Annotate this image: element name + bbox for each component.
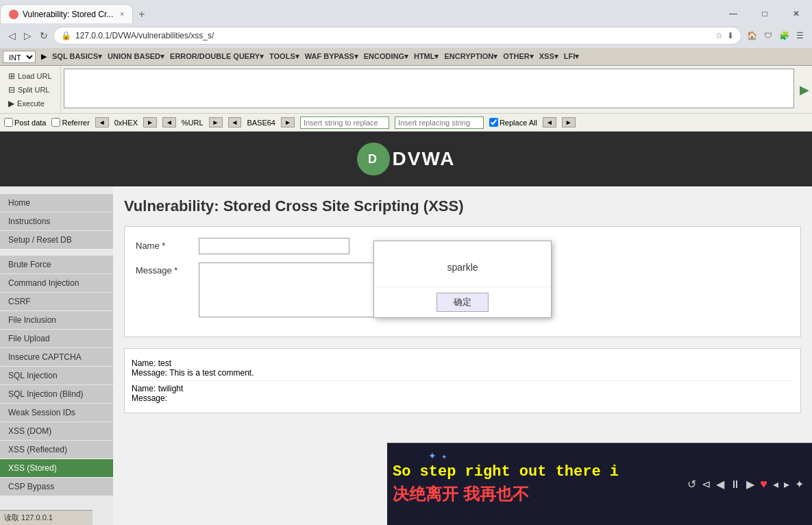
replace-all-label[interactable]: Replace All bbox=[489, 118, 537, 127]
nav-xss-stored[interactable]: XSS (Stored) bbox=[0, 459, 113, 477]
replacing-string-input[interactable] bbox=[395, 117, 484, 129]
sqlmap-menu-waf[interactable]: WAF BYPASS▾ bbox=[305, 52, 358, 61]
sqlmap-menu-encoding[interactable]: ENCODING▾ bbox=[364, 52, 408, 61]
sqlmap-menu-html[interactable]: HTML▾ bbox=[414, 52, 439, 61]
sqlmap-menu-error[interactable]: ERROR/DOUBLE QUERY▾ bbox=[170, 52, 264, 61]
nav-file-inclusion[interactable]: File Inclusion bbox=[0, 311, 113, 329]
nav-xss-dom[interactable]: XSS (DOM) bbox=[0, 422, 113, 440]
sqlmap-menu-sql-basics[interactable]: SQL BASICS▾ bbox=[52, 52, 102, 61]
nav-instructions[interactable]: Instructions bbox=[0, 212, 113, 230]
nav-command-injection[interactable]: Command Injection bbox=[0, 274, 113, 292]
vol-down-button[interactable]: ◂ bbox=[773, 478, 778, 491]
shield-icon[interactable]: 🛡 bbox=[761, 29, 775, 42]
prev-button[interactable]: ◀ bbox=[716, 478, 724, 491]
execute-button[interactable]: ▶ Execute bbox=[5, 97, 55, 110]
url-label: %URL bbox=[182, 119, 204, 127]
hex-right-arrow[interactable]: ► bbox=[143, 117, 157, 127]
green-arrow-icon: ▶ bbox=[800, 82, 809, 97]
forward-button[interactable]: ▷ bbox=[21, 29, 34, 42]
comment-1: Name: test Message: This is a test comme… bbox=[132, 356, 793, 381]
nav-xss-reflected[interactable]: XSS (Reflected) bbox=[0, 441, 113, 459]
hex-left-arrow[interactable]: ◄ bbox=[95, 117, 109, 127]
sqlmap-menu-union[interactable]: UNION BASED▾ bbox=[108, 52, 164, 61]
replace-all-checkbox[interactable] bbox=[489, 118, 498, 127]
comments-area: Name: test Message: This is a test comme… bbox=[124, 348, 801, 413]
base64-label: BASE64 bbox=[247, 119, 275, 127]
address-input-wrap: 🔒 ☆ ⬇ bbox=[53, 27, 741, 45]
pause-button[interactable]: ⏸ bbox=[730, 478, 741, 491]
active-tab[interactable]: Vulnerability: Stored Cr... × bbox=[0, 4, 133, 23]
dialog-ok-button[interactable]: 确定 bbox=[436, 293, 489, 312]
minimize-button[interactable]: — bbox=[717, 4, 749, 23]
nav-sql-injection-blind[interactable]: SQL Injection (Blind) bbox=[0, 385, 113, 403]
dialog-content: sparkle bbox=[374, 241, 551, 286]
post-data-checkbox[interactable] bbox=[4, 118, 13, 127]
sqlmap-menu-encryption[interactable]: ENCRYPTION▾ bbox=[445, 52, 498, 61]
comment-2: Name: twilight Message: bbox=[132, 381, 793, 406]
vol-up-button[interactable]: ▸ bbox=[784, 478, 789, 491]
nav-csp-bypass[interactable]: CSP Bypass bbox=[0, 478, 113, 496]
replace-left-arrow[interactable]: ◄ bbox=[543, 117, 556, 127]
string-to-replace-input[interactable] bbox=[300, 117, 389, 129]
secure-icon: 🔒 bbox=[61, 31, 71, 40]
star-button[interactable]: ✦ bbox=[795, 478, 804, 491]
sparkle-icon: ✦ bbox=[428, 450, 436, 461]
menu-button[interactable]: ☰ bbox=[793, 29, 807, 42]
nav-insecure-captcha[interactable]: Insecure CAPTCHA bbox=[0, 348, 113, 366]
load-url-button[interactable]: ⊞ Load URL bbox=[5, 70, 55, 82]
prev-clip-button[interactable]: ⊲ bbox=[702, 478, 711, 491]
sqlmap-menu-tools[interactable]: TOOLS▾ bbox=[269, 52, 299, 61]
replace-right-arrow[interactable]: ► bbox=[562, 117, 576, 127]
referrer-checkbox[interactable] bbox=[51, 118, 60, 127]
nav-csrf[interactable]: CSRF bbox=[0, 293, 113, 310]
dvwa-content: Vulnerability: Stored Cross Site Scripti… bbox=[113, 186, 812, 424]
next-button[interactable]: ▶ bbox=[746, 478, 754, 491]
tab-close-btn[interactable]: × bbox=[120, 10, 124, 18]
url-left-arrow[interactable]: ◄ bbox=[162, 117, 176, 127]
maximize-button[interactable]: □ bbox=[749, 4, 780, 23]
sqlmap-menu-other[interactable]: OTHER▾ bbox=[503, 52, 534, 61]
nav-sql-injection[interactable]: SQL Injection bbox=[0, 367, 113, 384]
dvwa-logo-icon: D bbox=[357, 143, 390, 175]
load-url-label: Load URL bbox=[18, 72, 52, 80]
video-controls: ↺ ⊲ ◀ ⏸ ▶ ♥ ◂ ▸ ✦ bbox=[679, 472, 812, 497]
url-textarea[interactable] bbox=[64, 69, 794, 108]
back-button[interactable]: ◁ bbox=[5, 29, 19, 42]
nav-setup[interactable]: Setup / Reset DB bbox=[0, 231, 113, 249]
nav-file-upload[interactable]: File Upload bbox=[0, 330, 113, 347]
nav-weak-session-ids[interactable]: Weak Session IDs bbox=[0, 404, 113, 422]
post-data-checkbox-label[interactable]: Post data bbox=[4, 118, 46, 127]
comment-2-message: Message: bbox=[132, 393, 793, 403]
alert-dialog: sparkle 确定 bbox=[373, 241, 552, 318]
page-title: Vulnerability: Stored Cross Site Scripti… bbox=[124, 197, 801, 215]
new-tab-button[interactable]: + bbox=[133, 5, 150, 23]
base64-right-arrow[interactable]: ► bbox=[281, 117, 295, 127]
split-icon: ⊟ bbox=[8, 85, 15, 95]
referrer-checkbox-label[interactable]: Referrer bbox=[51, 118, 89, 127]
nav-brute-force[interactable]: Brute Force bbox=[0, 256, 113, 273]
reload-button[interactable]: ↻ bbox=[37, 29, 51, 42]
sqlmap-menu-lfi[interactable]: LFI▾ bbox=[564, 52, 580, 61]
heart-button[interactable]: ♥ bbox=[760, 477, 767, 491]
int-select[interactable]: INT bbox=[3, 51, 36, 63]
extension-icon[interactable]: 🧩 bbox=[776, 29, 792, 42]
close-button[interactable]: ✕ bbox=[780, 4, 812, 23]
replay-button[interactable]: ↺ bbox=[687, 478, 696, 491]
url-textarea-area bbox=[61, 66, 797, 113]
status-bar: 读取 127.0.0.1 bbox=[0, 510, 93, 525]
sparkle-icon-2: ✦ bbox=[441, 453, 447, 461]
address-bar: ◁ ▷ ↻ 🔒 ☆ ⬇ 🏠 🛡 🧩 ☰ bbox=[0, 23, 812, 48]
nav-home[interactable]: Home bbox=[0, 194, 113, 212]
address-input[interactable] bbox=[75, 31, 711, 40]
url-right-arrow[interactable]: ► bbox=[209, 117, 223, 127]
comment-1-name: Name: test bbox=[132, 358, 793, 368]
home-button[interactable]: 🏠 bbox=[744, 29, 760, 42]
split-url-button[interactable]: ⊟ Split URL bbox=[5, 84, 55, 96]
bookmark-icon[interactable]: ☆ bbox=[715, 31, 723, 40]
video-content: So step right out there i 决绝离开 我再也不 bbox=[387, 458, 679, 511]
split-url-label: Split URL bbox=[18, 86, 49, 94]
download-icon[interactable]: ⬇ bbox=[727, 31, 734, 40]
base64-left-arrow[interactable]: ◄ bbox=[228, 117, 242, 127]
browser-chrome: Vulnerability: Stored Cr... × + — □ ✕ ◁ … bbox=[0, 0, 812, 132]
sqlmap-menu-xss[interactable]: XSS▾ bbox=[539, 52, 558, 61]
